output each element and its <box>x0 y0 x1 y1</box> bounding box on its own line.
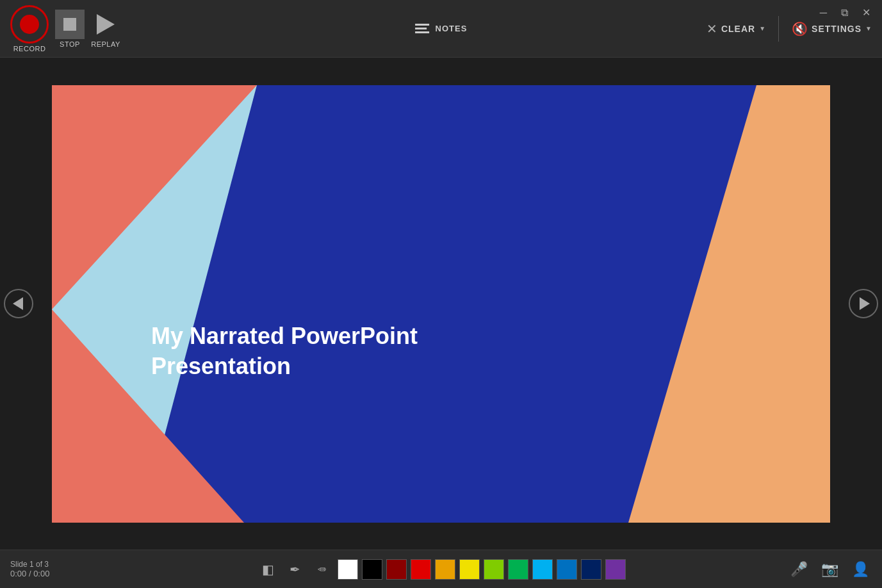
bottom-bar: Slide 1 of 3 0:00 / 0:00 ◧ ✒ ✏ 🎤 <box>0 550 882 588</box>
stop-icon <box>63 18 76 31</box>
slide-title-line2: Presentation <box>151 353 291 379</box>
notes-line-1 <box>415 24 429 26</box>
highlighter-icon: ✏ <box>318 563 326 575</box>
prev-slide-button[interactable] <box>4 289 33 318</box>
slide-title: My Narrated PowerPoint Presentation <box>151 322 418 382</box>
slide-info: Slide 1 of 3 0:00 / 0:00 <box>10 560 49 578</box>
left-arrow-icon <box>13 297 23 310</box>
right-arrow-icon <box>860 297 870 310</box>
replay-label: REPLAY <box>91 40 120 48</box>
next-slide-button[interactable] <box>849 289 878 318</box>
color-light-green[interactable] <box>484 559 504 580</box>
clear-button[interactable]: ✕ CLEAR ▼ <box>706 21 765 37</box>
microphone-button[interactable]: 🎤 <box>787 558 810 581</box>
pen-button[interactable]: ✒ <box>284 558 307 581</box>
stop-group: STOP <box>55 10 85 48</box>
color-light-blue[interactable] <box>532 559 553 580</box>
slide-title-line1: My Narrated PowerPoint <box>151 323 418 349</box>
replay-icon <box>97 14 115 35</box>
toolbar: RECORD STOP REPLAY NOTES ✕ CLEAR <box>0 0 882 58</box>
color-white[interactable] <box>338 559 358 580</box>
record-label: RECORD <box>13 45 46 53</box>
stop-label: STOP <box>60 40 80 48</box>
color-yellow[interactable] <box>459 559 480 580</box>
eraser-button[interactable]: ◧ <box>257 558 280 581</box>
camera-icon: 📷 <box>821 561 838 578</box>
minimize-button[interactable]: ─ <box>816 5 831 20</box>
record-icon <box>20 15 39 34</box>
settings-icon: 🔇 <box>792 21 808 37</box>
notes-button[interactable]: NOTES <box>415 24 468 33</box>
notes-label: NOTES <box>436 24 468 33</box>
record-group: RECORD <box>10 5 49 53</box>
replay-button[interactable] <box>91 10 120 39</box>
camera-button[interactable]: 📷 <box>818 558 841 581</box>
highlighter-button[interactable]: ✏ <box>311 558 334 581</box>
color-orange[interactable] <box>435 559 455 580</box>
color-purple[interactable] <box>605 559 626 580</box>
notes-line-3 <box>415 31 429 33</box>
settings-label: SETTINGS <box>812 24 862 34</box>
close-button[interactable]: ✕ <box>858 5 874 20</box>
slide-time: 0:00 / 0:00 <box>10 569 49 578</box>
settings-button[interactable]: 🔇 SETTINGS ▼ <box>792 21 872 37</box>
restore-button[interactable]: ⧉ <box>837 5 852 20</box>
user-settings-button[interactable]: 👤 <box>849 558 872 581</box>
color-red[interactable] <box>411 559 431 580</box>
slide-container: My Narrated PowerPoint Presentation <box>52 85 830 523</box>
notes-line-2 <box>415 28 427 29</box>
slide-number: Slide 1 of 3 <box>10 560 49 569</box>
slide-background <box>52 85 830 523</box>
media-controls: 🎤 📷 👤 <box>787 558 872 581</box>
clear-label: CLEAR <box>721 24 755 34</box>
divider <box>778 16 779 42</box>
window-controls: ─ ⧉ ✕ <box>816 5 874 20</box>
x-icon: ✕ <box>706 21 717 37</box>
pen-icon: ✒ <box>290 562 300 577</box>
color-dark-blue[interactable] <box>581 559 601 580</box>
drawing-tools: ◧ ✒ ✏ <box>257 558 626 581</box>
record-button[interactable] <box>10 5 49 44</box>
eraser-icon: ◧ <box>262 562 274 577</box>
main-area: My Narrated PowerPoint Presentation <box>0 58 882 550</box>
color-blue[interactable] <box>557 559 577 580</box>
stop-button[interactable] <box>55 10 85 39</box>
color-black[interactable] <box>362 559 382 580</box>
microphone-icon: 🎤 <box>790 561 808 578</box>
replay-group: REPLAY <box>91 10 120 48</box>
clear-dropdown-arrow: ▼ <box>759 25 765 32</box>
notes-icon <box>415 24 429 33</box>
toolbar-left: RECORD STOP REPLAY <box>10 5 120 53</box>
user-icon: 👤 <box>852 561 869 578</box>
color-green[interactable] <box>508 559 528 580</box>
settings-dropdown-arrow: ▼ <box>865 25 872 32</box>
color-dark-red[interactable] <box>386 559 407 580</box>
